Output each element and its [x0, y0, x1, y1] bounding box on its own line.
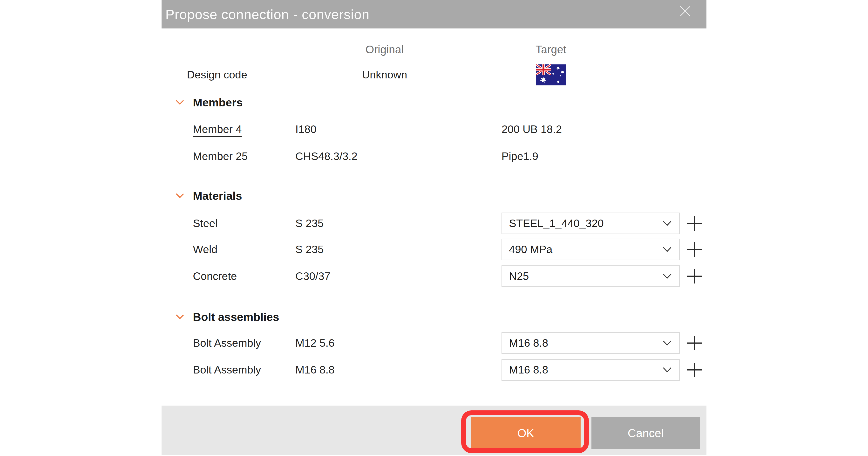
- concrete-label: Concrete: [193, 270, 296, 283]
- design-code-label: Design code: [187, 68, 296, 81]
- materials-section-title: Materials: [193, 189, 296, 202]
- chevron-down-icon: [662, 246, 672, 253]
- bolt-assemblies-section-title: Bolt assemblies: [193, 310, 296, 323]
- ok-button[interactable]: OK: [471, 417, 581, 449]
- bolt-assembly-1-original: M12 5.6: [296, 337, 501, 349]
- concrete-add-button[interactable]: [686, 265, 703, 287]
- bolt-assembly-1-target-value: M16 8.8: [509, 337, 548, 349]
- plus-icon: [687, 268, 702, 284]
- bolt-assembly-2-original: M16 8.8: [296, 364, 501, 376]
- steel-target-value: STEEL_1_440_320: [509, 217, 604, 230]
- bolt-assembly-2-add-button[interactable]: [686, 359, 703, 381]
- original-column-header: Original: [296, 43, 474, 56]
- chevron-down-icon: [176, 193, 184, 199]
- design-code-row: Design code Unknown: [161, 64, 707, 86]
- design-code-original: Unknown: [296, 68, 474, 81]
- plus-icon: [687, 216, 702, 231]
- members-section-header: Members: [161, 95, 707, 110]
- plus-icon: [687, 335, 702, 351]
- weld-label: Weld: [193, 243, 296, 256]
- dialog-title: Propose connection - conversion: [165, 6, 370, 22]
- member-25-original: CHS48.3/3.2: [296, 150, 501, 163]
- member-4-link[interactable]: Member 4: [193, 123, 242, 135]
- weld-original: S 235: [296, 243, 501, 256]
- dialog-footer: OK Cancel: [161, 405, 707, 455]
- concrete-target-select[interactable]: N25: [501, 265, 680, 287]
- weld-target-value: 490 MPa: [509, 243, 552, 256]
- column-header-row: Original Target: [161, 42, 707, 57]
- materials-section-header: Materials: [161, 188, 707, 203]
- chevron-down-icon: [662, 220, 672, 227]
- bolt-assembly-1-target-select[interactable]: M16 8.8: [501, 332, 680, 354]
- bolt-assembly-1-label: Bolt Assembly: [193, 337, 296, 349]
- propose-connection-dialog: Propose connection - conversion Original…: [161, 0, 707, 455]
- bolt-assembly-row: Bolt Assembly M16 8.8 M16 8.8: [161, 359, 707, 381]
- material-row: Weld S 235 490 MPa: [161, 238, 707, 260]
- member-25-label: Member 25: [193, 150, 296, 163]
- member-25-target: Pipe1.9: [501, 150, 707, 163]
- steel-original: S 235: [296, 217, 501, 230]
- chevron-down-icon: [662, 273, 672, 279]
- bolt-assemblies-collapse-toggle[interactable]: [161, 314, 193, 320]
- concrete-original: C30/37: [296, 270, 501, 283]
- members-collapse-toggle[interactable]: [161, 99, 193, 105]
- chevron-down-icon: [176, 314, 184, 320]
- close-button[interactable]: [678, 3, 693, 19]
- bolt-assembly-2-target-select[interactable]: M16 8.8: [501, 359, 680, 381]
- chevron-down-icon: [662, 367, 672, 373]
- member-row: Member 25 CHS48.3/3.2 Pipe1.9: [161, 149, 707, 164]
- member-4-original: I180: [296, 123, 501, 136]
- bolt-assemblies-section-header: Bolt assemblies: [161, 309, 707, 324]
- cancel-button[interactable]: Cancel: [591, 417, 700, 449]
- material-row: Steel S 235 STEEL_1_440_320: [161, 212, 707, 234]
- plus-icon: [687, 242, 702, 257]
- chevron-down-icon: [662, 340, 672, 346]
- steel-label: Steel: [193, 217, 296, 230]
- target-column-header: Target: [501, 43, 600, 56]
- steel-add-button[interactable]: [686, 212, 703, 234]
- weld-target-select[interactable]: 490 MPa: [501, 238, 680, 260]
- bolt-assembly-row: Bolt Assembly M12 5.6 M16 8.8: [161, 332, 707, 354]
- materials-collapse-toggle[interactable]: [161, 193, 193, 199]
- bolt-assembly-2-label: Bolt Assembly: [193, 364, 296, 376]
- dialog-titlebar: Propose connection - conversion: [161, 0, 707, 28]
- member-row: Member 4 I180 200 UB 18.2: [161, 122, 707, 137]
- steel-target-select[interactable]: STEEL_1_440_320: [501, 212, 680, 234]
- chevron-down-icon: [176, 99, 184, 105]
- screenshot-canvas: { "dialog": { "title": "Propose connecti…: [0, 0, 868, 456]
- plus-icon: [687, 362, 702, 378]
- material-row: Concrete C30/37 N25: [161, 265, 707, 287]
- bolt-assembly-2-target-value: M16 8.8: [509, 364, 548, 376]
- member-4-target: 200 UB 18.2: [501, 123, 707, 136]
- bolt-assembly-1-add-button[interactable]: [686, 332, 703, 354]
- australia-flag-icon: [536, 64, 566, 85]
- weld-add-button[interactable]: [686, 238, 703, 260]
- close-icon: [679, 5, 691, 17]
- members-section-title: Members: [193, 96, 296, 109]
- concrete-target-value: N25: [509, 270, 529, 283]
